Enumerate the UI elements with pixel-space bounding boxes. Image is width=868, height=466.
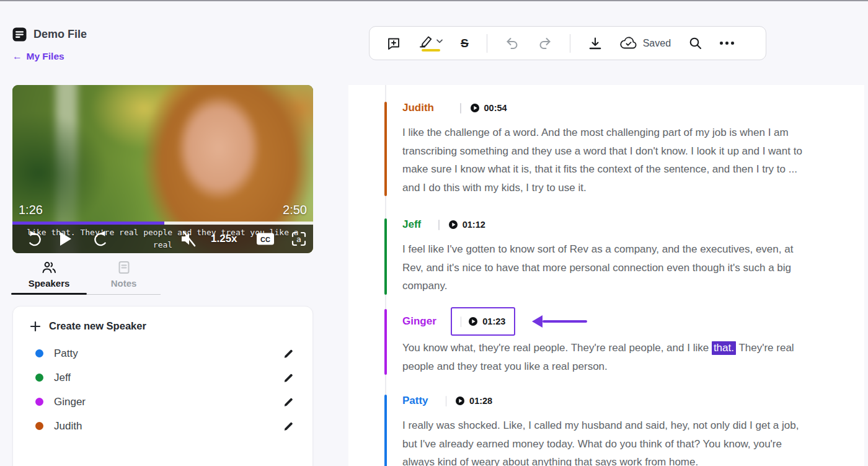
speaker-color-bar [384,218,387,295]
strikethrough-button[interactable]: S [461,33,469,54]
play-timestamp-icon [456,397,464,405]
separator [438,220,440,230]
timestamp-label: 01:28 [469,396,492,406]
add-note-button[interactable] [386,33,401,54]
timestamp[interactable]: 01:28 [446,396,493,406]
edit-speaker-button[interactable] [283,348,294,359]
transcript-text[interactable]: I really was shocked. Like, I called my … [402,416,804,466]
caption-style-button[interactable]: a [291,231,306,246]
mute-button[interactable] [180,231,198,248]
arrow-head [532,315,542,328]
create-speaker-button[interactable]: Create new Speaker [30,320,294,332]
undo-button[interactable] [505,33,520,54]
speaker-name[interactable]: Judith [402,102,434,114]
transcript-block-jeff: Jeff 01:12 I feel like I've gotten to kn… [385,217,831,295]
text-before-highlight: You know what, they're real people. They… [402,342,712,354]
window-top-edge [0,0,868,1]
speaker-name[interactable]: Jeff [402,218,421,231]
video-controls: like that. They're real people and they … [12,225,313,253]
speaker-list: Patty Jeff Ginger [30,345,294,434]
toolbar-divider [570,34,570,53]
undo-icon [505,37,520,50]
create-speaker-label: Create new Speaker [49,320,146,332]
plus-icon [30,321,41,332]
transcript-block-judith: Judith 00:54 I like the challenge of a w… [385,100,831,197]
active-tab-indicator [11,293,87,295]
rewind-button[interactable] [25,230,43,248]
back-to-files-link[interactable]: ← My Files [12,51,64,62]
duration-label: 2:50 [283,203,307,217]
playback-speed-button[interactable]: 1.25x [211,233,237,245]
strikethrough-icon: S [461,37,469,50]
timestamp[interactable]: 00:54 [460,103,507,114]
current-time-label: 1:26 [19,203,43,217]
edit-speaker-button[interactable] [283,372,294,383]
highlight-color-swatch [422,49,440,52]
cloud-check-icon [620,37,637,50]
pencil-icon [283,372,294,383]
document-icon [12,27,27,42]
transcript-panel: Judith 00:54 I like the challenge of a w… [348,85,864,466]
video-player[interactable]: 1:26 2:50 like that. They're real people… [12,85,313,253]
speaker-row-jeff[interactable]: Jeff [30,369,294,386]
speaker-row-patty[interactable]: Patty [30,345,294,362]
annotation-arrow [532,315,587,328]
edit-speaker-button[interactable] [283,397,294,407]
transcript-block-patty: Patty 01:28 I really was shocked. Like, … [385,393,831,466]
timestamp-label: 00:54 [484,103,507,113]
search-button[interactable] [689,33,702,54]
speaker-name[interactable]: Patty [402,395,428,407]
download-icon [588,37,602,50]
more-options-button[interactable] [720,33,734,54]
file-header: Demo File [12,27,87,42]
muted-speaker-icon [180,231,198,248]
timestamp[interactable]: 01:12 [438,220,485,230]
caption-style-icon: a [291,231,306,246]
tab-speakers-label: Speakers [29,278,70,289]
back-link-label: My Files [27,51,64,62]
tab-notes[interactable]: Notes [87,261,161,289]
ellipsis-icon [725,42,728,45]
speaker-color-bar [384,395,387,466]
pencil-icon [283,348,294,359]
speaker-color-dot [35,398,43,406]
speaker-row-ginger[interactable]: Ginger [30,393,294,410]
speaker-color-dot [35,374,43,382]
add-note-icon [386,36,401,51]
highlighter-pen-icon [419,35,433,48]
rewind-icon [25,230,43,248]
ellipsis-icon [731,42,734,45]
highlighted-word[interactable]: that. [712,341,736,355]
play-button[interactable] [60,231,72,246]
redo-button[interactable] [538,33,552,54]
pencil-icon [283,421,294,431]
speaker-color-dot [35,422,43,430]
play-icon [60,231,72,246]
edit-speaker-button[interactable] [283,421,294,431]
transcript-text[interactable]: I feel like I've gotten to know sort of … [402,240,804,295]
search-icon [689,37,702,50]
pencil-icon [283,397,294,407]
transcript-text[interactable]: I like the challenge of a word. And the … [402,123,804,197]
play-timestamp-icon [449,220,458,229]
speakers-panel: Create new Speaker Patty Jeff Ginger [12,306,313,466]
forward-button[interactable] [92,230,110,248]
speaker-row-judith[interactable]: Judith [30,418,294,434]
download-button[interactable] [588,33,602,54]
saved-label: Saved [643,38,671,49]
highlighter-button[interactable] [419,35,443,52]
tab-underline-rest [87,294,161,295]
transcript-text[interactable]: You know what, they're real people. They… [402,339,804,375]
arrow-shaft [542,320,587,323]
page-title: Demo File [33,28,87,41]
speaker-name[interactable]: Ginger [402,315,436,328]
captions-button[interactable]: CC [257,233,274,245]
cc-icon: CC [257,233,274,245]
ellipsis-icon [720,42,723,45]
annotated-timestamp-box[interactable]: 01:23 [451,307,516,336]
speaker-color-bar [384,309,387,375]
toolbar-divider [487,34,487,53]
play-timestamp-icon [471,104,479,112]
tab-speakers[interactable]: Speakers [11,261,87,289]
speaker-name-label: Jeff [54,372,71,384]
